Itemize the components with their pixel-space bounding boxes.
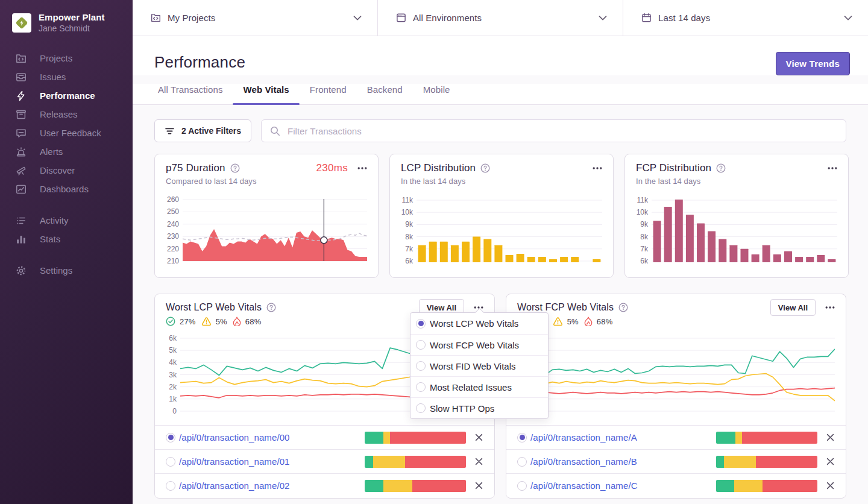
dismiss-icon[interactable] bbox=[474, 481, 483, 490]
ellipsis-menu-icon[interactable] bbox=[357, 166, 367, 170]
radio-unselected[interactable] bbox=[517, 457, 527, 467]
date-range-dropdown[interactable]: Last 14 days bbox=[623, 0, 868, 36]
radio-unselected[interactable] bbox=[166, 457, 175, 467]
releases-icon bbox=[16, 109, 27, 120]
radio-selected[interactable] bbox=[416, 319, 426, 329]
help-icon[interactable] bbox=[716, 163, 726, 173]
search-input[interactable] bbox=[286, 125, 837, 137]
main-column: My Projects All Environments Last 14 day… bbox=[133, 0, 868, 499]
sidebar-item-alerts[interactable]: Alerts bbox=[0, 142, 133, 161]
poor-percent: 68% bbox=[597, 317, 613, 326]
sidebar-item-stats[interactable]: Stats bbox=[0, 230, 133, 248]
transaction-link[interactable]: /api/0/transaction_name/B bbox=[530, 456, 716, 467]
card-title: Worst LCP Web Vitals bbox=[166, 302, 262, 313]
page-title: Performance bbox=[154, 52, 245, 72]
svg-text:0: 0 bbox=[172, 407, 177, 415]
transaction-row: /api/0/transaction_name/02 bbox=[155, 473, 494, 497]
stats-icon bbox=[16, 234, 27, 245]
transaction-link[interactable]: /api/0/transaction_name/C bbox=[530, 480, 716, 491]
poor-fire-icon bbox=[584, 317, 593, 326]
svg-text:11k: 11k bbox=[637, 196, 649, 204]
lcp-distribution-card: LCP Distribution In the last 14 days 6k7… bbox=[389, 154, 614, 278]
menu-item-worst-fcp-web-vitals[interactable]: Worst FCP Web Vitals bbox=[410, 334, 548, 355]
svg-text:2k: 2k bbox=[169, 383, 177, 391]
chevron-down-icon bbox=[353, 16, 362, 20]
svg-text:3k: 3k bbox=[169, 371, 177, 379]
view-all-button[interactable]: View All bbox=[770, 299, 816, 316]
sidebar-item-dashboards[interactable]: Dashboards bbox=[0, 180, 133, 198]
help-icon[interactable] bbox=[618, 303, 628, 312]
sidebar-item-label: Settings bbox=[40, 265, 72, 276]
radio-unselected[interactable] bbox=[416, 361, 426, 371]
ellipsis-menu-icon[interactable] bbox=[825, 306, 835, 309]
sidebar: Empower Plant Jane Schmidt ProjectsIssue… bbox=[0, 0, 133, 504]
transaction-link[interactable]: /api/0/transaction_name/01 bbox=[179, 456, 365, 467]
sidebar-item-projects[interactable]: Projects bbox=[0, 49, 133, 68]
transaction-link[interactable]: /api/0/transaction_name/A bbox=[530, 432, 716, 443]
tab-web-vitals[interactable]: Web Vitals bbox=[233, 84, 299, 104]
svg-text:9k: 9k bbox=[640, 220, 649, 228]
active-filters-button[interactable]: 2 Active Filters bbox=[154, 119, 251, 142]
vitals-select-menu: Worst LCP Web VitalsWorst FCP Web Vitals… bbox=[410, 312, 549, 419]
vitals-distribution-bar bbox=[716, 480, 817, 492]
help-icon[interactable] bbox=[266, 303, 276, 312]
search-box bbox=[261, 119, 846, 142]
sidebar-item-activity[interactable]: Activity bbox=[0, 211, 133, 230]
sidebar-item-performance[interactable]: Performance bbox=[0, 86, 133, 105]
environment-filter-label: All Environments bbox=[413, 13, 592, 23]
p75-value: 230ms bbox=[316, 162, 348, 174]
project-filter-dropdown[interactable]: My Projects bbox=[133, 0, 378, 36]
org-switcher[interactable]: Empower Plant Jane Schmidt bbox=[0, 0, 133, 34]
radio-unselected[interactable] bbox=[416, 340, 426, 350]
svg-text:11k: 11k bbox=[402, 196, 414, 204]
menu-item-label: Worst FCP Web Vitals bbox=[430, 340, 519, 350]
view-trends-button[interactable]: View Trends bbox=[776, 52, 850, 75]
sidebar-item-discover[interactable]: Discover bbox=[0, 161, 133, 180]
dismiss-icon[interactable] bbox=[826, 433, 835, 442]
sidebar-item-releases[interactable]: Releases bbox=[0, 105, 133, 124]
radio-selected[interactable] bbox=[517, 433, 527, 443]
svg-text:240: 240 bbox=[167, 220, 179, 228]
radio-selected[interactable] bbox=[166, 433, 175, 443]
svg-text:250: 250 bbox=[167, 207, 179, 216]
worst-fcp-vitals-card: Worst FCP Web Vitals View All 27% 5% 68% bbox=[506, 294, 846, 499]
sidebar-item-user-feedback[interactable]: User Feedback bbox=[0, 124, 133, 142]
performance-icon bbox=[16, 90, 27, 101]
sidebar-item-settings[interactable]: Settings bbox=[0, 261, 133, 280]
card-title: p75 Duration bbox=[166, 162, 225, 174]
sidebar-item-issues[interactable]: Issues bbox=[0, 68, 133, 86]
issues-icon bbox=[16, 72, 27, 83]
help-icon[interactable] bbox=[480, 163, 490, 173]
ellipsis-menu-icon[interactable] bbox=[593, 166, 602, 170]
tab-backend[interactable]: Backend bbox=[357, 84, 413, 104]
ellipsis-menu-icon[interactable] bbox=[828, 166, 837, 170]
dismiss-icon[interactable] bbox=[826, 481, 835, 490]
help-icon[interactable] bbox=[230, 163, 240, 173]
sidebar-item-label: Stats bbox=[40, 234, 60, 244]
menu-item-slow-http-ops[interactable]: Slow HTTP Ops bbox=[410, 397, 548, 418]
card-title: Worst FCP Web Vitals bbox=[517, 302, 614, 313]
sidebar-nav: ProjectsIssuesPerformanceReleasesUser Fe… bbox=[0, 49, 133, 280]
svg-text:9k: 9k bbox=[405, 220, 414, 228]
radio-unselected[interactable] bbox=[416, 382, 426, 392]
environment-filter-dropdown[interactable]: All Environments bbox=[378, 0, 623, 36]
radio-unselected[interactable] bbox=[517, 481, 527, 491]
card-subtitle: In the last 14 days bbox=[401, 177, 602, 186]
poor-percent: 68% bbox=[245, 317, 262, 326]
dismiss-icon[interactable] bbox=[474, 433, 483, 442]
dismiss-icon[interactable] bbox=[474, 457, 483, 466]
radio-unselected[interactable] bbox=[416, 403, 426, 413]
svg-text:8k: 8k bbox=[405, 233, 414, 241]
chevron-down-icon bbox=[844, 16, 852, 20]
menu-item-worst-lcp-web-vitals[interactable]: Worst LCP Web Vitals bbox=[410, 313, 548, 334]
poor-fire-icon bbox=[233, 317, 241, 326]
radio-unselected[interactable] bbox=[166, 481, 175, 491]
transaction-link[interactable]: /api/0/transaction_name/02 bbox=[179, 480, 365, 491]
transaction-link[interactable]: /api/0/transaction_name/00 bbox=[179, 432, 365, 443]
tab-frontend[interactable]: Frontend bbox=[300, 84, 357, 104]
menu-item-most-related-issues[interactable]: Most Related Issues bbox=[410, 376, 548, 397]
tab-mobile[interactable]: Mobile bbox=[413, 84, 461, 104]
tab-all-transactions[interactable]: All Transactions bbox=[148, 84, 233, 104]
dismiss-icon[interactable] bbox=[826, 457, 835, 466]
menu-item-worst-fid-web-vitals[interactable]: Worst FID Web Vitals bbox=[410, 355, 548, 376]
